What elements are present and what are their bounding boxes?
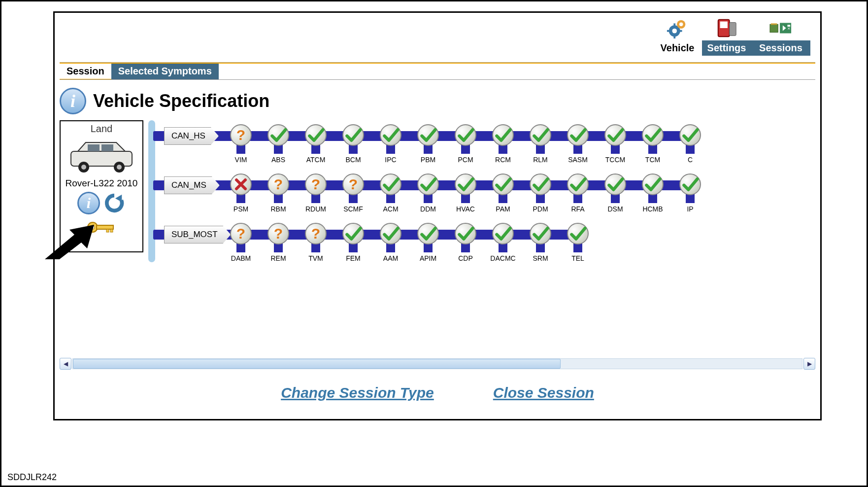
module-node-tcm[interactable]: TCM	[634, 124, 671, 164]
nav-sessions[interactable]: Sessions	[751, 16, 810, 56]
svg-rect-11	[770, 24, 778, 32]
connector-peg	[648, 194, 657, 203]
module-node-cdp[interactable]: CDP	[447, 223, 484, 262]
module-label: DSM	[597, 205, 634, 213]
status-indicator	[417, 223, 439, 244]
refresh-button[interactable]	[103, 192, 126, 216]
bus-label[interactable]: CAN_MS	[164, 176, 220, 194]
module-label: RDUM	[297, 205, 334, 213]
module-label: DACMC	[484, 254, 522, 262]
vertical-handle[interactable]	[148, 120, 155, 262]
connector-peg	[349, 194, 358, 203]
module-label: DABM	[222, 254, 260, 262]
module-node-sasm[interactable]: SASM	[559, 124, 597, 164]
tab-session[interactable]: Session	[60, 64, 111, 80]
module-node-acm[interactable]: ACM	[372, 174, 409, 213]
bus-label[interactable]: SUB_MOST	[164, 226, 231, 244]
top-nav: Vehicle Settings Sessions	[653, 16, 810, 56]
module-node-rem[interactable]: ?REM	[260, 223, 297, 262]
close-session-link[interactable]: Close Session	[493, 384, 594, 401]
connector-peg	[499, 244, 507, 252]
connector-peg	[274, 244, 283, 252]
module-node-pam[interactable]: PAM	[484, 174, 522, 213]
module-node-hcmb[interactable]: HCMB	[634, 174, 671, 213]
status-indicator	[492, 174, 514, 195]
svg-rect-14	[787, 25, 790, 27]
module-node-tel[interactable]: TEL	[559, 223, 597, 262]
module-node-scmf[interactable]: ?SCMF	[334, 174, 372, 213]
module-node-vim[interactable]: ?VIM	[222, 124, 260, 164]
module-node-dacmc[interactable]: DACMC	[484, 223, 522, 262]
connector-peg	[461, 145, 470, 154]
module-label: REM	[260, 254, 297, 262]
module-node-rfa[interactable]: RFA	[559, 174, 597, 213]
connector-peg	[386, 244, 395, 252]
module-label: CDP	[447, 254, 484, 262]
status-indicator	[380, 124, 401, 146]
module-node-pbm[interactable]: PBM	[409, 124, 447, 164]
connector-peg	[536, 194, 545, 203]
module-node-tvm[interactable]: ?TVM	[297, 223, 334, 262]
nav-settings[interactable]: Settings	[702, 16, 751, 56]
module-node-fem[interactable]: FEM	[334, 223, 372, 262]
module-label: SCMF	[334, 205, 372, 213]
vehicle-info-button[interactable]: i	[77, 192, 100, 214]
module-node-tccm[interactable]: TCCM	[597, 124, 634, 164]
module-node-srm[interactable]: SRM	[522, 223, 559, 262]
svg-point-3	[679, 23, 683, 27]
connector-peg	[349, 244, 358, 252]
gears-icon	[653, 16, 702, 40]
connector-peg	[424, 244, 433, 252]
module-node-rdum[interactable]: ?RDUM	[297, 174, 334, 213]
module-node-abs[interactable]: ABS	[260, 124, 297, 164]
status-indicator: ?	[305, 174, 327, 195]
module-label: HCMB	[634, 205, 671, 213]
module-label: PBM	[409, 156, 447, 164]
module-node-aam[interactable]: AAM	[372, 223, 409, 262]
module-label: TCM	[634, 156, 671, 164]
scroll-trough[interactable]	[72, 358, 802, 369]
module-node-ddm[interactable]: DDM	[409, 174, 447, 213]
module-node-dabm[interactable]: ?DABM	[222, 223, 260, 262]
scroll-thumb[interactable]	[73, 359, 561, 369]
connector-peg	[611, 194, 620, 203]
status-indicator: ?	[305, 223, 327, 244]
module-node-bcm[interactable]: BCM	[334, 124, 372, 164]
module-node-rcm[interactable]: RCM	[484, 124, 522, 164]
scroll-left-button[interactable]: ◀	[60, 358, 71, 370]
module-node-rbm[interactable]: ?RBM	[260, 174, 297, 213]
svg-point-1	[672, 29, 677, 34]
status-indicator	[417, 174, 439, 195]
status-indicator	[567, 223, 589, 244]
module-node-dsm[interactable]: DSM	[597, 174, 634, 213]
module-label: DDM	[409, 205, 447, 213]
connector-peg	[349, 145, 358, 154]
horizontal-scrollbar[interactable]: ◀ ▶	[60, 358, 815, 370]
module-node-ipc[interactable]: IPC	[372, 124, 409, 164]
module-node-apim[interactable]: APIM	[409, 223, 447, 262]
nav-label: Sessions	[751, 40, 810, 56]
module-label: APIM	[409, 254, 447, 262]
bus-label[interactable]: CAN_HS	[164, 127, 219, 145]
change-session-link[interactable]: Change Session Type	[281, 384, 434, 401]
status-indicator	[530, 174, 551, 195]
module-node-psm[interactable]: PSM	[222, 174, 260, 213]
status-indicator	[342, 223, 364, 244]
status-indicator	[567, 174, 589, 195]
scroll-right-button[interactable]: ▶	[803, 358, 815, 370]
module-node-pcm[interactable]: PCM	[447, 124, 484, 164]
status-indicator: ?	[267, 223, 289, 244]
module-node-pdm[interactable]: PDM	[522, 174, 559, 213]
status-indicator	[604, 174, 626, 195]
module-label: TEL	[559, 254, 597, 262]
module-node-hvac[interactable]: HVAC	[447, 174, 484, 213]
module-node-rlm[interactable]: RLM	[522, 124, 559, 164]
module-node-c[interactable]: C	[671, 124, 709, 164]
tab-symptoms[interactable]: Selected Symptoms	[111, 64, 219, 80]
connector-peg	[236, 194, 245, 203]
module-node-ip[interactable]: IP	[671, 174, 709, 213]
nav-vehicle[interactable]: Vehicle	[653, 16, 702, 56]
module-label: PCM	[447, 156, 484, 164]
module-node-atcm[interactable]: ATCM	[297, 124, 334, 164]
vehicle-model: Rover-L322 2010	[63, 178, 140, 189]
